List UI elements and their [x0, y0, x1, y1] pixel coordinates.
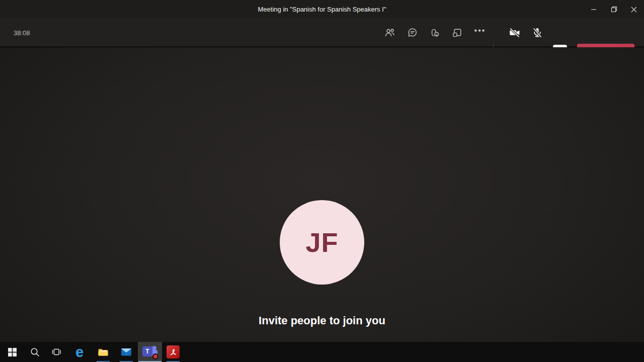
meeting-stage: JF Invite people to join you [0, 47, 644, 342]
invite-message: Invite people to join you [0, 314, 644, 327]
chat-icon [407, 27, 418, 38]
restore-icon [611, 6, 617, 13]
edge-button[interactable]: e [67, 342, 92, 362]
camera-off-icon [509, 27, 521, 39]
windows-logo-icon [8, 348, 17, 356]
mail-button[interactable] [115, 342, 138, 362]
search-button[interactable] [24, 342, 45, 362]
minimize-button[interactable] [584, 0, 604, 19]
breakout-rooms-button[interactable] [449, 24, 466, 41]
participants-button[interactable] [381, 24, 398, 41]
teams-button[interactable]: T [138, 342, 162, 362]
titlebar: Meeting in "Spanish for Spanish Speakers… [0, 0, 644, 19]
reactions-icon [429, 27, 440, 38]
camera-off-button[interactable] [506, 24, 523, 41]
start-button[interactable] [0, 342, 24, 362]
mic-off-button[interactable] [529, 24, 546, 41]
window-title: Meeting in "Spanish for Spanish Speakers… [0, 6, 644, 13]
minimize-icon [591, 7, 597, 13]
taskbar-apps: e T [0, 342, 184, 362]
teams-icon: T [142, 344, 157, 359]
more-options-icon: ••• [474, 28, 486, 37]
task-view-icon [51, 346, 62, 357]
teams-t-tile: T [142, 346, 152, 356]
close-icon [631, 7, 637, 13]
teams-meeting-window: Meeting in "Spanish for Spanish Speakers… [0, 0, 644, 342]
more-options-button[interactable]: ••• [471, 24, 489, 41]
reactions-button[interactable] [426, 24, 443, 41]
file-explorer-button[interactable] [92, 342, 115, 362]
search-icon [30, 347, 40, 357]
restore-button[interactable] [604, 0, 624, 19]
mail-icon [119, 345, 133, 358]
close-button[interactable] [624, 0, 644, 19]
chat-button[interactable] [404, 24, 421, 41]
acrobat-button[interactable] [162, 342, 184, 362]
mic-off-icon [531, 27, 543, 39]
acrobat-icon [167, 345, 180, 358]
avatar-initials: JF [305, 227, 338, 258]
meeting-toolbar: 38:08 [0, 19, 644, 47]
participants-icon [384, 27, 395, 38]
teams-notification-dot [152, 353, 158, 359]
participant-avatar: JF [280, 200, 364, 285]
edge-icon: e [75, 345, 84, 359]
window-controls [584, 0, 644, 19]
taskbar: e T [0, 342, 644, 362]
file-explorer-icon [97, 346, 110, 358]
task-view-button[interactable] [45, 342, 67, 362]
breakout-rooms-icon [452, 27, 463, 38]
call-timer: 38:08 [14, 19, 30, 47]
